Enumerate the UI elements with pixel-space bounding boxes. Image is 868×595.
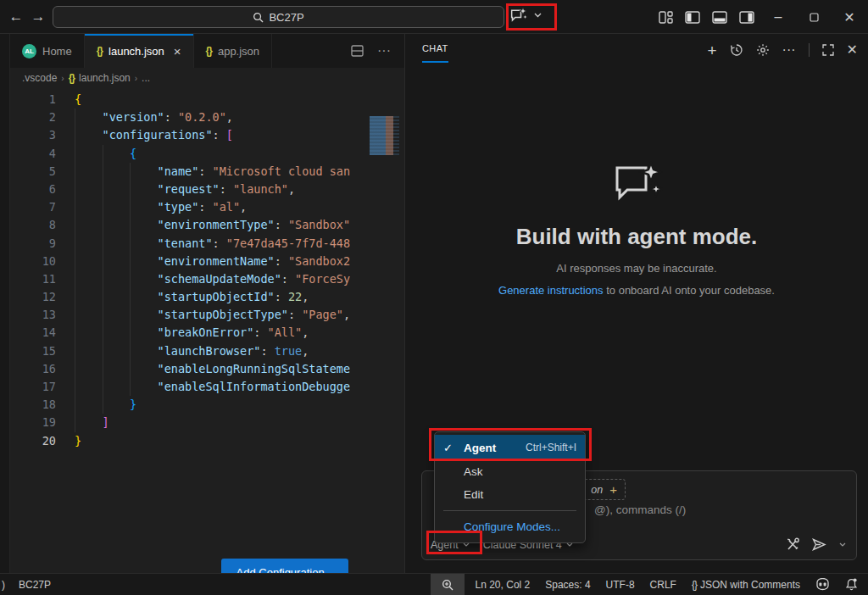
titlebar-right-controls: – ✕ [659,0,861,34]
code-line: 17"enableSqlInformationDebugge [10,378,364,396]
breadcrumb-file[interactable]: launch.json [79,72,131,84]
status-cursor-position[interactable]: Ln 20, Col 2 [468,574,538,595]
close-tab-icon[interactable]: × [174,44,181,58]
close-window-button[interactable]: ✕ [837,9,861,25]
tab-home-label: Home [42,45,72,58]
annotation-box-mode-picker [426,531,482,554]
chat-history-icon[interactable] [730,43,743,57]
code-line: 13"startupObjectType": "Page", [10,306,364,324]
code-line: 11"schemaUpdateMode": "ForceSy [10,270,364,288]
line-number: 20 [10,432,56,450]
line-number: 3 [10,126,56,144]
chat-heading: Build with agent mode. [405,224,868,250]
code-line: 10"environmentName": "Sandbox2 [10,253,364,270]
notifications-bell-icon[interactable] [837,574,868,595]
configure-tools-icon[interactable] [786,537,800,552]
context-chip-label: on [591,484,603,496]
toggle-primary-sidebar-icon[interactable] [685,11,700,24]
chat-instructions-rest: to onboard AI onto your codebase. [604,284,775,297]
code-line: 12"startupObjectId": 22, [10,288,364,306]
left-rail [0,34,10,573]
add-context-icon[interactable]: + [609,482,617,497]
more-actions-icon[interactable]: ··· [377,43,391,58]
code-line: 18} [10,396,364,414]
chat-tab-label[interactable]: CHAT [422,43,448,57]
breadcrumb-folder[interactable]: .vscode [22,72,57,84]
line-number: 10 [10,253,56,270]
toggle-secondary-sidebar-icon[interactable] [739,11,754,24]
copilot-status-icon[interactable] [808,574,837,595]
line-number: 1 [10,91,56,108]
line-number: 15 [10,342,56,360]
tab-home[interactable]: AL Home [10,34,85,68]
tab-bar: AL Home {} launch.json × {} app.json ··· [10,34,404,68]
code-line: 9"tenant": "7e47da45-7f7d-448 [10,235,364,253]
minimap[interactable] [370,116,399,155]
new-chat-icon[interactable]: + [708,42,717,58]
code-line: 4{ [10,145,364,163]
json-file-icon: {} [206,45,212,57]
status-bar: ) BC27P Ln 20, Col 2 Spaces: 4 UTF-8 CRL… [0,573,868,595]
back-icon[interactable]: ← [7,8,25,25]
breadcrumb-more[interactable]: ... [142,72,150,84]
status-language[interactable]: {}JSON with Comments [684,574,808,595]
status-encoding[interactable]: UTF-8 [598,574,643,595]
chat-input-placeholder: @), commands (/) [594,503,686,516]
code-line: 14"breakOnError": "All", [10,324,364,342]
line-number: 8 [10,216,56,234]
breadcrumb-separator: › [61,74,64,83]
chat-subtitle: AI responses may be inaccurate. [405,262,868,275]
status-indentation[interactable]: Spaces: 4 [537,574,598,595]
zoom-status-button[interactable] [431,574,465,595]
line-number: 13 [10,306,56,324]
title-bar: ← → BC27P – ✕ [0,0,868,34]
close-panel-icon[interactable]: ✕ [847,43,858,57]
breadcrumb[interactable]: .vscode › {} launch.json › ... [10,68,404,88]
send-icon[interactable] [812,538,827,551]
tab-app-json[interactable]: {} app.json [194,34,273,68]
status-left: ) BC27P [0,579,56,591]
minimize-button[interactable]: – [766,9,790,25]
breadcrumb-separator: › [135,74,137,83]
chat-input-icons [786,537,846,552]
code-editor[interactable]: 1{2"version": "0.2.0",3"configurations":… [10,88,404,573]
menu-item-ask[interactable]: Ask [435,460,585,483]
menu-item-edit[interactable]: Edit [435,483,585,506]
maximize-panel-icon[interactable] [822,44,834,56]
menu-divider [443,510,576,511]
toggle-panel-icon[interactable] [712,11,727,24]
send-dropdown-chevron-icon[interactable] [839,542,846,547]
chat-settings-gear-icon[interactable] [756,43,770,57]
chat-welcome: Build with agent mode. AI responses may … [405,161,868,297]
line-number: 14 [10,324,56,342]
status-eol[interactable]: CRLF [643,574,684,595]
chat-header: CHAT + ··· ✕ [405,34,868,66]
maximize-button[interactable] [802,12,826,22]
editor-actions: ··· [351,34,404,68]
line-number: 17 [10,378,56,396]
command-center-search[interactable]: BC27P [53,6,504,28]
chat-more-actions-icon[interactable]: ··· [782,43,796,57]
forward-icon[interactable]: → [29,8,47,25]
customize-layout-icon[interactable] [659,11,673,24]
divider [809,43,810,57]
status-language-label: JSON with Comments [700,579,800,591]
split-editor-icon[interactable] [351,45,364,57]
copilot-sparkle-icon [610,161,663,205]
al-extension-icon: AL [22,44,36,58]
editor-group: AL Home {} launch.json × {} app.json ··· [0,34,405,573]
line-number: 9 [10,235,56,253]
status-project[interactable]: BC27P [14,579,56,591]
code-line: 6"request": "launch", [10,181,364,198]
status-right: Ln 20, Col 2 Spaces: 4 UTF-8 CRLF {}JSON… [431,574,868,595]
json-file-icon: {} [69,72,75,84]
json-file-icon: {} [692,579,697,591]
generate-instructions-link[interactable]: Generate instructions [498,284,604,297]
line-number: 4 [10,145,56,163]
add-configuration-button[interactable]: Add Configuration... [221,559,348,573]
tab-launch-json[interactable]: {} launch.json × [85,34,194,68]
line-number: 5 [10,163,56,181]
code-line: 5"name": "Microsoft cloud san [10,163,364,181]
line-number: 6 [10,181,56,198]
magnifier-plus-icon [442,579,453,591]
